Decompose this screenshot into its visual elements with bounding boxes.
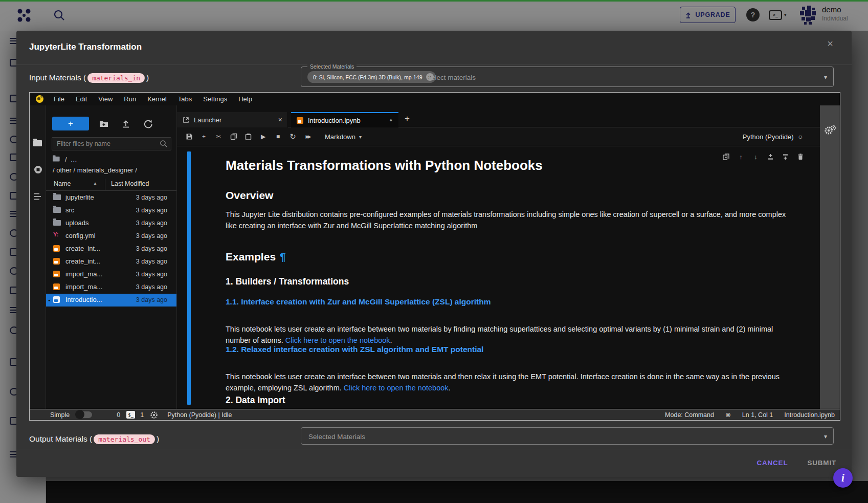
submit-button[interactable]: SUBMIT [807, 459, 836, 467]
toggle-knob [75, 410, 84, 419]
top-progress-line [0, 0, 868, 2]
new-tab-button[interactable]: + [405, 114, 410, 124]
upload-icon[interactable] [121, 119, 131, 129]
overview-paragraph: This Jupyter Lite distribution contains … [226, 209, 806, 231]
kernel-chip-icon [150, 411, 158, 419]
file-name: jupyterlite [65, 193, 94, 201]
property-inspector-gears-icon[interactable] [824, 125, 836, 136]
close-icon[interactable]: × [824, 37, 837, 50]
kernel-picker[interactable]: Python (Pyodide) ○ [743, 133, 803, 141]
file-row[interactable]: src 3 days ago [46, 204, 176, 217]
column-divider [105, 179, 105, 190]
notebook-icon [297, 117, 303, 124]
restart-kernel-icon[interactable]: ↻ [289, 133, 297, 141]
materials-in-code-chip: materials_in [87, 73, 145, 83]
file-row[interactable]: jupyterlite 3 days ago [46, 191, 176, 204]
relaxed-zsl-paragraph: This notebook lets user create an interf… [226, 360, 806, 393]
cursor-position[interactable]: Ln 1, Col 1 [742, 411, 773, 419]
relaxed-zsl-heading-link[interactable]: 1.2. Relaxed interface creation with ZSL… [226, 345, 483, 354]
file-row[interactable]: create_int... 3 days ago [46, 255, 176, 268]
statusbar-filename: Introduction.ipynb [784, 411, 835, 419]
column-name[interactable]: Name [54, 180, 71, 187]
file-icon [53, 220, 61, 226]
running-sessions-tab[interactable] [33, 165, 43, 174]
simple-mode-toggle[interactable] [76, 411, 92, 418]
cancel-button[interactable]: CANCEL [756, 459, 788, 467]
breadcrumb-path[interactable]: / other / materials_designer / [53, 166, 137, 174]
menu-run[interactable]: Run [118, 95, 142, 103]
chevron-down-icon[interactable]: ▾ [824, 67, 827, 88]
file-list: jupyterlite 3 days ago src 3 days ago up… [46, 191, 176, 307]
dialog-title: JupyterLite Transformation [29, 38, 142, 56]
tab-introduction-notebook[interactable]: Introduction.ipynb ● [291, 112, 398, 127]
file-modified: 3 days ago [136, 207, 167, 214]
jupyterlite-transformation-dialog: JupyterLite Transformation × Input Mater… [16, 31, 852, 477]
tab-label: Introduction.ipynb [308, 117, 361, 124]
chevron-down-icon[interactable]: ▾ [824, 428, 827, 445]
input-materials-select[interactable]: Selected Materials 0: Si, Silicon, FCC (… [301, 67, 834, 87]
restart-run-all-icon[interactable]: ▶▶ [304, 133, 311, 141]
kernel-status-icon: ○ [798, 133, 803, 141]
file-row[interactable]: import_ma... 3 days ago [46, 281, 176, 294]
output-materials-select[interactable]: Selected Materials ▾ [301, 427, 834, 445]
file-modified: 3 days ago [136, 258, 167, 265]
menu-tabs[interactable]: Tabs [172, 95, 197, 103]
file-row-selected[interactable]: ● Introductio... 3 days ago [46, 294, 176, 307]
file-icon [53, 194, 61, 200]
paste-cells-icon[interactable] [244, 133, 252, 141]
file-row[interactable]: import_ma... 3 days ago [46, 268, 176, 281]
copy-cells-icon[interactable] [230, 133, 237, 141]
file-browser-tab[interactable] [33, 140, 42, 146]
builders-heading: 1. Builders / Transformations [226, 276, 349, 287]
breadcrumb-ellipsis[interactable]: … [71, 156, 77, 163]
menu-help[interactable]: Help [233, 95, 258, 103]
unsaved-dot-icon[interactable]: ● [390, 118, 392, 123]
notebook-content: ↑ ↓ Materials Transformations with Pytho… [177, 146, 820, 409]
file-row[interactable]: config.yml 3 days ago [46, 230, 176, 243]
info-fab-button[interactable]: i [833, 468, 853, 488]
material-chip[interactable]: 0: Si, Silicon, FCC (Fd-3m) 3D (Bulk), m… [307, 71, 436, 83]
table-of-contents-tab[interactable] [33, 192, 42, 201]
breadcrumb[interactable]: / … [53, 156, 77, 163]
stop-kernel-icon[interactable]: ■ [274, 133, 282, 141]
simple-mode-label: Simple [50, 411, 70, 419]
jupyter-left-rail [30, 105, 46, 409]
file-icon [53, 245, 60, 252]
divider [16, 64, 852, 65]
menu-file[interactable]: File [48, 95, 70, 103]
unsaved-dot-icon: ● [48, 298, 50, 302]
file-modified: 3 days ago [136, 296, 167, 303]
mode-indicator: Mode: Command [665, 411, 714, 419]
close-icon[interactable]: × [278, 116, 282, 124]
insert-cell-icon[interactable]: + [200, 133, 208, 141]
sort-asc-icon[interactable]: ▲ [93, 181, 97, 186]
new-folder-icon[interactable] [99, 119, 109, 129]
file-name: config.yml [65, 232, 96, 239]
cut-cells-icon[interactable]: ✂ [215, 133, 222, 141]
active-cell-indicator[interactable] [187, 151, 191, 405]
file-name: import_ma... [65, 270, 102, 278]
menu-settings[interactable]: Settings [197, 95, 233, 103]
open-notebook-link[interactable]: Click here to open the notebook [285, 336, 390, 344]
menu-edit[interactable]: Edit [70, 95, 93, 103]
kernel-status-text[interactable]: Python (Pyodide) | Idle [167, 411, 232, 419]
file-row[interactable]: uploads 3 days ago [46, 217, 176, 230]
terminal-badge-icon: $_ [126, 411, 135, 419]
filter-files-input[interactable] [52, 137, 171, 150]
refresh-icon[interactable] [143, 119, 153, 129]
column-last-modified[interactable]: Last Modified [111, 180, 149, 187]
anchor-pilcrow-icon[interactable]: ¶ [280, 251, 286, 263]
tab-launcher[interactable]: Launcher × [177, 112, 288, 127]
notifications-icon[interactable]: ⊗ [725, 411, 731, 419]
new-launcher-button[interactable]: + [52, 117, 89, 130]
zsl-heading-link[interactable]: 1.1. Interface creation with Zur and McG… [226, 297, 491, 307]
file-name: Introductio... [65, 296, 102, 303]
data-import-heading: 2. Data Import [226, 395, 285, 406]
save-icon[interactable] [185, 133, 193, 141]
menu-view[interactable]: View [93, 95, 118, 103]
cell-type-dropdown[interactable]: Markdown ▾ [325, 133, 362, 141]
run-cell-icon[interactable]: ▶ [259, 133, 267, 141]
open-notebook-link[interactable]: Click here to open the notebook [344, 384, 449, 392]
menu-kernel[interactable]: Kernel [142, 95, 172, 103]
file-row[interactable]: create_int... 3 days ago [46, 243, 176, 255]
